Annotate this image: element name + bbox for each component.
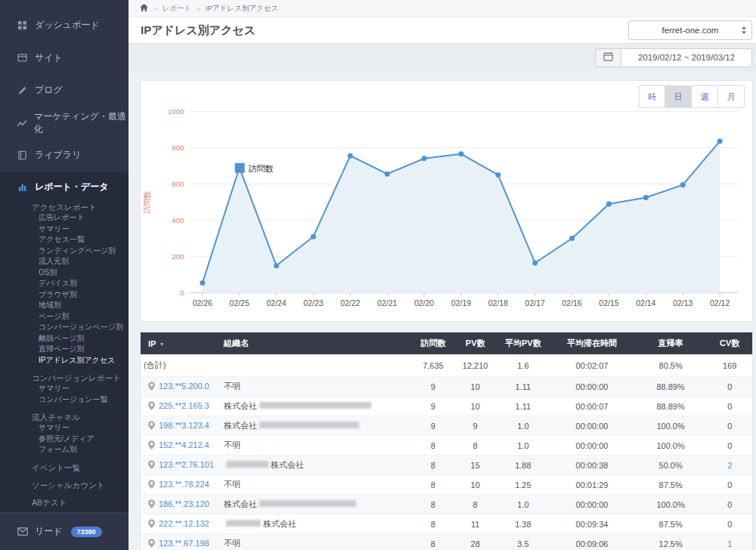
calendar-icon [603,51,613,63]
table-row: 123.**.78.224不明8101.2500:01:2987.5%0 [141,475,752,495]
sidebar-subitem[interactable]: コンバージョン一覧 [32,394,129,406]
ip-link[interactable]: 123.**5.200.0 [159,382,209,391]
column-header-7: CV数 [707,332,752,354]
home-icon[interactable] [140,4,148,13]
ip-link[interactable]: 225.**2.165.3 [159,401,209,410]
pv-cell: 8 [454,495,497,514]
sidebar-group-label[interactable]: イベント一覧 [32,462,129,473]
sidebar: ダッシュボードサイトブログマーケティング・最適化ライブラリ レポート・データ ア… [0,0,129,550]
sidebar-subitem[interactable]: OS別 [32,267,129,279]
redacted-org-name [259,422,359,428]
total-visits: 7,635 [412,354,454,377]
sidebar-group-label[interactable]: ABテスト [32,497,129,508]
sidebar-subitem[interactable]: ページ別 [32,311,129,323]
date-range-input[interactable]: 2019/02/12 ~ 2019/03/12 [621,48,752,67]
sidebar-subitem[interactable]: アクセス一覧 [32,234,129,246]
visits-cell: 9 [412,377,454,397]
sidebar-subitem[interactable]: 広告レポート [32,212,129,224]
sidebar-subitem[interactable]: 参照元/メディア [32,434,129,445]
sidebar-item-label: ライブラリ [35,149,81,162]
sidebar-item[interactable]: マーケティング・最適化 [0,107,129,139]
sidebar-item-label: ダッシュボード [35,19,100,32]
ip-link[interactable]: 152.**4.212.4 [159,440,209,450]
breadcrumb-item-current: IPアドレス別アクセス [206,4,278,14]
cv-cell: 1 [707,534,752,550]
avg-pv-cell: 1.25 [497,475,550,495]
sidebar-item[interactable]: ブログ [0,74,129,107]
svg-text:02/15: 02/15 [599,299,618,307]
granularity-button-3[interactable]: 月 [718,85,745,108]
sidebar-item-label: ブログ [35,84,63,97]
svg-text:0: 0 [180,289,184,297]
bounce-cell: 100.0% [634,416,708,436]
breadcrumb: > レポート > IPアドレス別アクセス [129,0,756,17]
sidebar-item[interactable]: サイト [0,42,129,74]
granularity-button-2[interactable]: 週 [692,85,718,108]
calendar-button[interactable] [595,48,621,67]
column-header-0[interactable]: IP▼ [141,332,221,354]
sidebar-item[interactable]: ライブラリ [0,139,129,171]
breadcrumb-separator: > [197,5,200,12]
org-name: 株式会社 [263,519,296,528]
sidebar-subitem[interactable]: サマリー [32,422,129,434]
sidebar-subitem[interactable]: 離脱ページ別 [32,333,129,345]
site-select[interactable]: ferret-one.com [628,20,752,40]
avg-time-cell: 00:01:29 [550,475,634,495]
ip-link[interactable]: 123.**.78.224 [159,480,209,489]
sidebar-subitem[interactable]: コンバージョンページ別 [32,322,129,333]
sidebar-group-label[interactable]: 流入チャネル [32,412,129,422]
breadcrumb-item-reports[interactable]: レポート [163,4,192,14]
sidebar-subitem[interactable]: サマリー [32,224,129,235]
granularity-button-1[interactable]: 日 [665,85,692,108]
sidebar-subitem[interactable]: 流入元別 [32,256,129,267]
sidebar-item-report-data[interactable]: レポート・データ [0,171,129,202]
pin-icon [148,382,155,392]
table-row: 123.**.67.198不明8283.500:09:0612.5%1 [141,534,752,550]
ip-link[interactable]: 186.**.23.120 [159,499,209,508]
ip-link[interactable]: 198.**3.123.4 [159,421,209,430]
granularity-button-0[interactable]: 時 [639,85,665,108]
library-icon [17,150,28,160]
sidebar-subitem[interactable]: IPアドレス別アクセス [32,355,129,366]
ip-cell: 123.**.67.198 [141,534,221,550]
sidebar-group-label[interactable]: コンバージョンレポート [32,372,129,383]
cv-link[interactable]: 2 [727,461,732,470]
bounce-cell: 87.5% [634,514,708,534]
sidebar-subitem[interactable]: サマリー [32,383,129,394]
svg-text:02/14: 02/14 [636,299,655,307]
avg-time-cell: 00:00:38 [550,456,634,475]
ip-link[interactable]: 123.**.67.198 [159,539,209,548]
sidebar-subitem[interactable]: デバイス別 [32,278,129,289]
cv-link[interactable]: 1 [727,539,732,548]
sidebar-item-lead[interactable]: リード 73380 [0,513,129,550]
pv-cell: 10 [454,377,497,397]
redacted-org-name [226,520,261,527]
sidebar-subitem[interactable]: ランディングページ別 [32,246,129,257]
org-cell: 不明 [221,475,412,495]
sidebar-report-groups: アクセスレポート広告レポートサマリーアクセス一覧ランディングページ別流入元別OS… [0,202,129,508]
blog-icon [17,85,28,95]
sidebar-subitem[interactable]: 直帰ページ別 [32,344,129,355]
cv-cell: 0 [707,514,752,534]
ip-table-card: IP▼組織名訪問数PV数平均PV数平均滞在時間直帰率CV数 (合計)7,6351… [140,332,753,550]
svg-text:02/12: 02/12 [710,299,730,307]
sidebar-subitem[interactable]: 地域別 [32,300,129,311]
ip-link[interactable]: 123.**2.76.101 [159,460,214,469]
sidebar-footer: リード 73380 [0,512,129,550]
sidebar-group-label[interactable]: ソーシャルカウント [32,480,129,490]
ip-cell: 123.**2.76.101 [141,456,221,475]
sidebar-group-label[interactable]: アクセスレポート [32,202,129,212]
sidebar-subitem[interactable]: ブラウザ別 [32,289,129,301]
svg-text:400: 400 [172,216,184,224]
total-bounce: 80.5% [634,354,708,377]
svg-text:200: 200 [172,252,184,261]
pv-cell: 9 [454,416,497,436]
org-name: 不明 [224,440,240,450]
sort-down-icon: ▼ [159,341,164,347]
sidebar-subitem[interactable]: フォーム別 [32,444,129,456]
main-content: > レポート > IPアドレス別アクセス IPアドレス別アクセス ferret-… [129,0,756,550]
ip-link[interactable]: 222.**.12.132 [159,519,209,528]
org-cell: 不明 [221,534,412,550]
visits-cell: 8 [412,514,454,534]
sidebar-item[interactable]: ダッシュボード [0,9,129,42]
